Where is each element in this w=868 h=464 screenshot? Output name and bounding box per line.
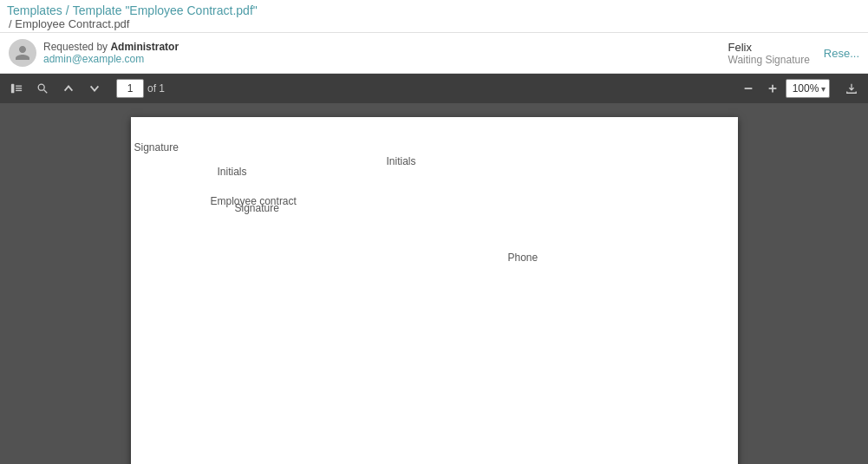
pdf-field: Employee contract bbox=[211, 195, 297, 207]
plus-icon bbox=[767, 82, 779, 95]
svg-point-4 bbox=[38, 84, 44, 90]
svg-rect-3 bbox=[16, 90, 22, 91]
avatar bbox=[9, 39, 36, 67]
breadcrumb-bar: Templates / Template "Employee Contract.… bbox=[0, 0, 868, 32]
page-number-input[interactable] bbox=[116, 79, 144, 98]
zoom-input-wrap: 100% ▾ bbox=[786, 79, 830, 98]
svg-line-5 bbox=[44, 90, 48, 94]
requester-info: Requested by Administrator admin@example… bbox=[43, 41, 728, 65]
resend-button[interactable]: Rese... bbox=[824, 47, 859, 60]
search-icon bbox=[36, 82, 49, 95]
breadcrumb-sub: / Employee Contract.pdf bbox=[7, 17, 861, 30]
zoom-value-label: 100% bbox=[790, 82, 821, 95]
chevron-up-icon bbox=[62, 82, 75, 95]
pdf-field: Initials bbox=[387, 155, 416, 167]
zoom-dropdown-button[interactable]: ▾ bbox=[821, 84, 826, 94]
search-button[interactable] bbox=[31, 77, 54, 100]
zoom-out-button[interactable] bbox=[737, 77, 760, 100]
pdf-toolbar: of 1 100% ▾ bbox=[0, 74, 868, 103]
prev-page-button[interactable] bbox=[57, 77, 80, 100]
pdf-field: Phone bbox=[508, 252, 538, 264]
signer-info: Felix Waiting Signature bbox=[728, 41, 810, 66]
next-page-button[interactable] bbox=[83, 77, 106, 100]
svg-rect-0 bbox=[11, 84, 15, 94]
pdf-viewer-area[interactable]: SignatureInitialsInitialsSignatureEmploy… bbox=[0, 103, 868, 464]
page-of-label: of 1 bbox=[147, 82, 165, 95]
signer-name: Felix bbox=[728, 41, 810, 54]
breadcrumb-sep-1: / bbox=[66, 3, 69, 17]
pdf-field: Initials bbox=[218, 166, 247, 178]
requester-email[interactable]: admin@example.com bbox=[43, 53, 728, 65]
download-button[interactable] bbox=[840, 77, 863, 100]
zoom-group: 100% ▾ bbox=[737, 77, 830, 100]
sidebar-icon bbox=[10, 82, 23, 95]
pdf-field: Signature bbox=[235, 202, 279, 214]
signer-status: Waiting Signature bbox=[728, 54, 810, 66]
breadcrumb-template-name: Template "Employee Contract.pdf" bbox=[73, 3, 258, 17]
breadcrumb-templates-link[interactable]: Templates bbox=[7, 3, 62, 17]
admin-name: Administrator bbox=[110, 41, 179, 53]
info-bar: Requested by Administrator admin@example… bbox=[0, 32, 868, 74]
svg-rect-2 bbox=[16, 88, 22, 88]
user-icon bbox=[14, 44, 31, 62]
chevron-down-icon bbox=[88, 82, 101, 95]
download-icon bbox=[845, 82, 858, 95]
pdf-page: SignatureInitialsInitialsSignatureEmploy… bbox=[131, 117, 738, 464]
minus-icon bbox=[742, 82, 754, 95]
pdf-field: Signature bbox=[134, 141, 179, 154]
requester-label: Requested by Administrator bbox=[43, 41, 728, 53]
signer-area: Felix Waiting Signature Rese... bbox=[728, 41, 859, 66]
svg-rect-1 bbox=[16, 86, 22, 87]
page-input-group: of 1 bbox=[116, 79, 165, 98]
zoom-in-button[interactable] bbox=[761, 77, 784, 100]
toggle-sidebar-button[interactable] bbox=[5, 77, 28, 100]
